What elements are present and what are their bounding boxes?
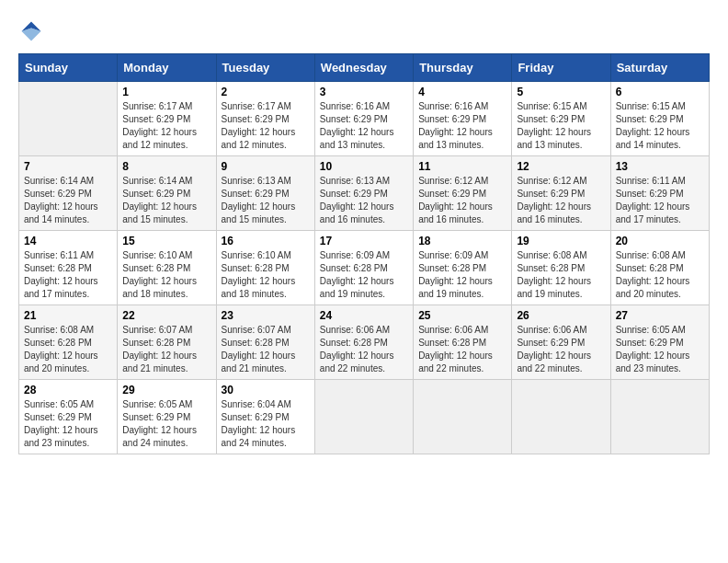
- day-number: 22: [122, 309, 210, 322]
- week-row-1: 1Sunrise: 6:17 AMSunset: 6:29 PMDaylight…: [19, 82, 710, 156]
- day-info: Sunrise: 6:13 AMSunset: 6:29 PMDaylight:…: [222, 175, 310, 226]
- calendar-cell: 18Sunrise: 6:09 AMSunset: 6:28 PMDayligh…: [414, 231, 512, 305]
- calendar-cell: 12Sunrise: 6:12 AMSunset: 6:29 PMDayligh…: [512, 156, 610, 231]
- day-info: Sunrise: 6:15 AMSunset: 6:29 PMDaylight:…: [517, 100, 605, 152]
- day-info: Sunrise: 6:12 AMSunset: 6:29 PMDaylight:…: [418, 175, 506, 226]
- day-number: 23: [222, 309, 310, 322]
- day-number: 3: [320, 86, 408, 98]
- calendar-cell: 5Sunrise: 6:15 AMSunset: 6:29 PMDaylight…: [512, 82, 610, 156]
- calendar-cell: 25Sunrise: 6:06 AMSunset: 6:28 PMDayligh…: [414, 305, 512, 380]
- day-number: 29: [122, 384, 210, 396]
- day-number: 16: [222, 235, 310, 247]
- day-info: Sunrise: 6:05 AMSunset: 6:29 PMDaylight:…: [24, 398, 112, 450]
- day-info: Sunrise: 6:08 AMSunset: 6:28 PMDaylight:…: [517, 249, 605, 301]
- day-number: 8: [122, 160, 210, 173]
- header-tuesday: Tuesday: [216, 54, 314, 82]
- week-row-4: 21Sunrise: 6:08 AMSunset: 6:28 PMDayligh…: [19, 305, 710, 380]
- calendar-cell: 16Sunrise: 6:10 AMSunset: 6:28 PMDayligh…: [216, 231, 314, 305]
- day-info: Sunrise: 6:10 AMSunset: 6:28 PMDaylight:…: [122, 249, 210, 301]
- day-number: 6: [616, 86, 704, 98]
- calendar-cell: 24Sunrise: 6:06 AMSunset: 6:28 PMDayligh…: [314, 305, 413, 380]
- week-row-3: 14Sunrise: 6:11 AMSunset: 6:28 PMDayligh…: [19, 231, 710, 305]
- calendar-cell: 4Sunrise: 6:16 AMSunset: 6:29 PMDaylight…: [414, 82, 512, 156]
- calendar-cell: 11Sunrise: 6:12 AMSunset: 6:29 PMDayligh…: [414, 156, 512, 231]
- calendar-cell: [512, 380, 610, 454]
- day-number: 9: [222, 160, 310, 173]
- day-info: Sunrise: 6:06 AMSunset: 6:28 PMDaylight:…: [418, 324, 506, 375]
- calendar-header: SundayMondayTuesdayWednesdayThursdayFrid…: [19, 54, 710, 82]
- logo-icon: [18, 18, 44, 44]
- day-info: Sunrise: 6:15 AMSunset: 6:29 PMDaylight:…: [616, 100, 704, 152]
- day-info: Sunrise: 6:17 AMSunset: 6:29 PMDaylight:…: [122, 100, 210, 152]
- day-info: Sunrise: 6:16 AMSunset: 6:29 PMDaylight:…: [320, 100, 408, 152]
- calendar-cell: 6Sunrise: 6:15 AMSunset: 6:29 PMDaylight…: [610, 82, 709, 156]
- day-info: Sunrise: 6:10 AMSunset: 6:28 PMDaylight:…: [222, 249, 310, 301]
- header-thursday: Thursday: [414, 54, 512, 82]
- day-number: 21: [24, 309, 112, 322]
- day-number: 30: [222, 384, 310, 396]
- day-number: 14: [24, 235, 112, 247]
- calendar-cell: [314, 380, 413, 454]
- day-number: 25: [418, 309, 506, 322]
- header-saturday: Saturday: [610, 54, 709, 82]
- calendar-cell: 17Sunrise: 6:09 AMSunset: 6:28 PMDayligh…: [314, 231, 413, 305]
- day-info: Sunrise: 6:16 AMSunset: 6:29 PMDaylight:…: [418, 100, 506, 152]
- calendar-cell: 14Sunrise: 6:11 AMSunset: 6:28 PMDayligh…: [19, 231, 118, 305]
- calendar-cell: 3Sunrise: 6:16 AMSunset: 6:29 PMDaylight…: [314, 82, 413, 156]
- day-info: Sunrise: 6:14 AMSunset: 6:29 PMDaylight:…: [24, 175, 112, 226]
- day-info: Sunrise: 6:08 AMSunset: 6:28 PMDaylight:…: [616, 249, 704, 301]
- calendar-cell: 7Sunrise: 6:14 AMSunset: 6:29 PMDaylight…: [19, 156, 118, 231]
- calendar-cell: 1Sunrise: 6:17 AMSunset: 6:29 PMDaylight…: [118, 82, 216, 156]
- calendar-body: 1Sunrise: 6:17 AMSunset: 6:29 PMDaylight…: [19, 82, 710, 454]
- day-number: 20: [616, 235, 704, 247]
- calendar-cell: 2Sunrise: 6:17 AMSunset: 6:29 PMDaylight…: [216, 82, 314, 156]
- day-info: Sunrise: 6:08 AMSunset: 6:28 PMDaylight:…: [24, 324, 112, 375]
- day-info: Sunrise: 6:09 AMSunset: 6:28 PMDaylight:…: [418, 249, 506, 301]
- calendar-table: SundayMondayTuesdayWednesdayThursdayFrid…: [18, 53, 710, 454]
- calendar-cell: 20Sunrise: 6:08 AMSunset: 6:28 PMDayligh…: [610, 231, 709, 305]
- calendar-cell: 27Sunrise: 6:05 AMSunset: 6:29 PMDayligh…: [610, 305, 709, 380]
- calendar-cell: 26Sunrise: 6:06 AMSunset: 6:29 PMDayligh…: [512, 305, 610, 380]
- calendar-cell: 15Sunrise: 6:10 AMSunset: 6:28 PMDayligh…: [118, 231, 216, 305]
- day-info: Sunrise: 6:05 AMSunset: 6:29 PMDaylight:…: [122, 398, 210, 450]
- day-number: 10: [320, 160, 408, 173]
- day-info: Sunrise: 6:09 AMSunset: 6:28 PMDaylight:…: [320, 249, 408, 301]
- day-info: Sunrise: 6:11 AMSunset: 6:28 PMDaylight:…: [24, 249, 112, 301]
- day-number: 12: [517, 160, 605, 173]
- day-info: Sunrise: 6:14 AMSunset: 6:29 PMDaylight:…: [122, 175, 210, 226]
- day-number: 2: [222, 86, 310, 98]
- day-number: 1: [122, 86, 210, 98]
- calendar-cell: 13Sunrise: 6:11 AMSunset: 6:29 PMDayligh…: [610, 156, 709, 231]
- logo: [18, 18, 48, 44]
- day-number: 11: [418, 160, 506, 173]
- week-row-2: 7Sunrise: 6:14 AMSunset: 6:29 PMDaylight…: [19, 156, 710, 231]
- day-info: Sunrise: 6:17 AMSunset: 6:29 PMDaylight:…: [222, 100, 310, 152]
- day-number: 24: [320, 309, 408, 322]
- header-wednesday: Wednesday: [314, 54, 413, 82]
- week-row-5: 28Sunrise: 6:05 AMSunset: 6:29 PMDayligh…: [19, 380, 710, 454]
- header-sunday: Sunday: [19, 54, 118, 82]
- header-friday: Friday: [512, 54, 610, 82]
- day-info: Sunrise: 6:13 AMSunset: 6:29 PMDaylight:…: [320, 175, 408, 226]
- calendar-cell: 21Sunrise: 6:08 AMSunset: 6:28 PMDayligh…: [19, 305, 118, 380]
- calendar-cell: 8Sunrise: 6:14 AMSunset: 6:29 PMDaylight…: [118, 156, 216, 231]
- day-number: 28: [24, 384, 112, 396]
- day-number: 26: [517, 309, 605, 322]
- calendar-cell: 23Sunrise: 6:07 AMSunset: 6:28 PMDayligh…: [216, 305, 314, 380]
- calendar-cell: 28Sunrise: 6:05 AMSunset: 6:29 PMDayligh…: [19, 380, 118, 454]
- day-info: Sunrise: 6:11 AMSunset: 6:29 PMDaylight:…: [616, 175, 704, 226]
- day-number: 7: [24, 160, 112, 173]
- day-info: Sunrise: 6:12 AMSunset: 6:29 PMDaylight:…: [517, 175, 605, 226]
- calendar-cell: [414, 380, 512, 454]
- calendar-cell: 22Sunrise: 6:07 AMSunset: 6:28 PMDayligh…: [118, 305, 216, 380]
- day-number: 17: [320, 235, 408, 247]
- day-info: Sunrise: 6:07 AMSunset: 6:28 PMDaylight:…: [122, 324, 210, 375]
- day-number: 18: [418, 235, 506, 247]
- header: [18, 18, 710, 44]
- day-number: 13: [616, 160, 704, 173]
- day-number: 19: [517, 235, 605, 247]
- day-number: 27: [616, 309, 704, 322]
- day-number: 15: [122, 235, 210, 247]
- calendar-cell: [610, 380, 709, 454]
- day-number: 5: [517, 86, 605, 98]
